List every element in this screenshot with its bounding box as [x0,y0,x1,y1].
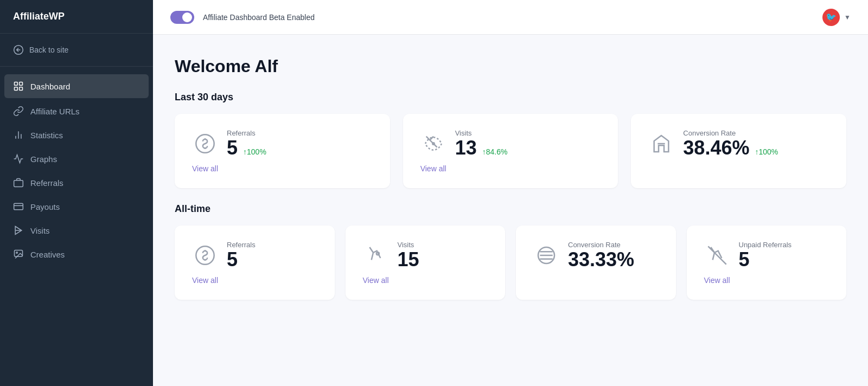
last30-visits-card: Visits 13 ↑84.6% View all [403,114,618,188]
main-content: Affiliate Dashboard Beta Enabled 🐦 ▼ Wel… [153,0,868,386]
topbar-right: 🐦 ▼ [822,9,851,26]
alltime-referrals-value: 5 [227,250,238,269]
alltime-unpaid-view-all[interactable]: View all [704,276,829,285]
back-icon [13,44,24,55]
referrals-icon [13,177,24,188]
visits-icon [13,225,24,236]
sidebar-item-label: Dashboard [30,82,70,91]
svg-rect-10 [14,203,23,210]
back-to-site-button[interactable]: Back to site [0,34,153,67]
alltime-unpaid-icon [704,242,730,268]
creatives-icon [13,249,24,260]
svg-rect-2 [15,82,18,86]
dashboard-icon [13,81,24,92]
sidebar: AffiliateWP Back to site Dashboard [0,0,153,386]
conversion-value: 38.46% [683,138,749,158]
referrals-change: ↑100% [243,147,266,156]
alltime-visits-icon [363,242,389,268]
alltime-referrals-card: Referrals 5 View all [175,226,335,300]
conversion-label: Conversion Rate [683,129,778,137]
toggle-knob [182,12,192,22]
alltime-referrals-label: Referrals [227,241,256,249]
alltime-unpaid-value: 5 [739,250,750,269]
referrals-label: Referrals [227,129,266,137]
sidebar-item-visits[interactable]: Visits [0,218,153,242]
referrals-card-info: Referrals 5 ↑100% [227,129,266,158]
alltime-unpaid-card: Unpaid Referrals 5 View all [687,226,847,300]
dashboard-content: Welcome Alf Last 30 days Referrals [153,35,868,321]
alltime-conversion-info: Conversion Rate 33.33% [568,241,634,269]
last30-referrals-card: Referrals 5 ↑100% View all [175,114,390,188]
visits-change: ↑84.6% [482,147,508,156]
sidebar-item-label: Graphs [30,155,57,164]
payouts-icon [13,201,24,212]
welcome-heading: Welcome Alf [175,56,846,76]
affiliate-urls-icon [13,106,24,117]
svg-point-14 [16,252,17,254]
visits-value: 13 [455,138,477,158]
alltime-conversion-value: 33.33% [568,250,634,269]
user-menu-chevron[interactable]: ▼ [844,14,851,21]
alltime-conversion-icon [533,242,559,268]
last30-title: Last 30 days [175,92,846,103]
referrals-card-icon [192,131,218,157]
visits-view-all[interactable]: View all [420,164,601,173]
sidebar-item-payouts[interactable]: Payouts [0,195,153,218]
visits-label: Visits [455,129,508,137]
last30-conversion-card: Conversion Rate 38.46% ↑100% [631,114,846,188]
topbar-left: Affiliate Dashboard Beta Enabled [170,11,315,24]
referrals-view-all[interactable]: View all [192,164,373,173]
alltime-cards: Referrals 5 View all [175,226,846,300]
avatar: 🐦 [822,9,840,26]
alltime-conversion-label: Conversion Rate [568,241,634,249]
toggle-label: Affiliate Dashboard Beta Enabled [203,13,315,22]
conversion-change: ↑100% [755,147,778,156]
alltime-referrals-icon [192,242,218,268]
alltime-visits-card: Visits 15 View all [346,226,506,300]
referrals-value: 5 [227,138,238,158]
sidebar-item-referrals[interactable]: Referrals [0,171,153,195]
sidebar-item-label: Statistics [30,131,63,140]
alltime-title: All-time [175,203,846,215]
alltime-visits-info: Visits 15 [398,241,419,269]
beta-toggle[interactable] [170,11,194,24]
visits-card-info: Visits 13 ↑84.6% [455,129,508,158]
graphs-icon [13,153,24,164]
alltime-conversion-card: Conversion Rate 33.33% [516,226,676,300]
alltime-unpaid-info: Unpaid Referrals 5 [739,241,792,269]
sidebar-item-statistics[interactable]: Statistics [0,123,153,147]
svg-rect-5 [20,87,23,91]
conversion-card-icon [648,131,674,157]
statistics-icon [13,130,24,140]
svg-rect-3 [20,82,23,86]
alltime-visits-view-all[interactable]: View all [363,276,488,285]
last30-cards: Referrals 5 ↑100% View all [175,114,846,188]
sidebar-nav: Dashboard Affiliate URLs Statistics [0,67,153,386]
sidebar-item-label: Creatives [30,250,65,259]
svg-line-22 [708,246,726,264]
visits-card-icon [420,131,446,157]
sidebar-item-label: Affiliate URLs [30,107,80,116]
sidebar-item-creatives[interactable]: Creatives [0,242,153,266]
alltime-referrals-view-all[interactable]: View all [192,276,317,285]
sidebar-item-dashboard[interactable]: Dashboard [4,74,149,98]
sidebar-item-label: Visits [30,226,50,235]
conversion-card-info: Conversion Rate 38.46% ↑100% [683,129,778,158]
sidebar-item-graphs[interactable]: Graphs [0,147,153,171]
alltime-visits-value: 15 [398,250,419,269]
sidebar-item-affiliate-urls[interactable]: Affiliate URLs [0,99,153,123]
sidebar-logo: AffiliateWP [0,0,153,34]
back-to-site-label: Back to site [29,46,68,54]
alltime-visits-label: Visits [398,241,419,249]
topbar: Affiliate Dashboard Beta Enabled 🐦 ▼ [153,0,868,35]
sidebar-item-label: Referrals [30,178,63,188]
svg-rect-4 [15,87,18,91]
svg-rect-9 [14,181,23,187]
alltime-referrals-info: Referrals 5 [227,241,256,269]
alltime-unpaid-label: Unpaid Referrals [739,241,792,249]
sidebar-item-label: Payouts [30,202,60,211]
